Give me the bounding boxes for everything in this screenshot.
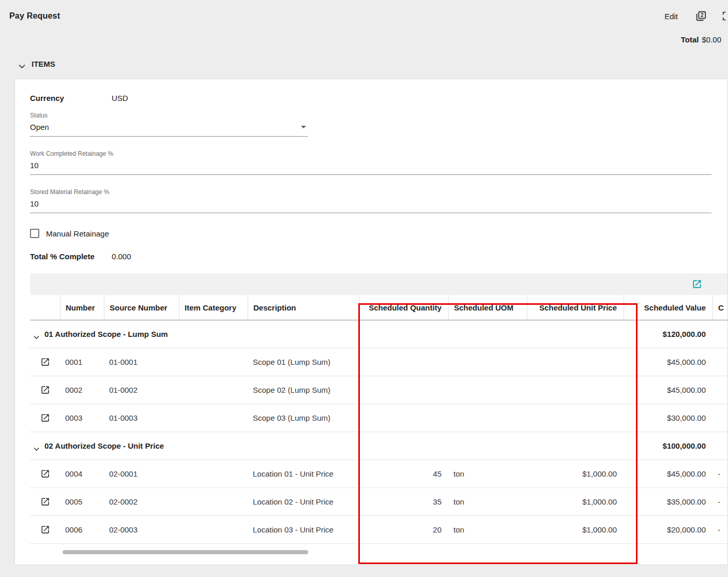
group-scheduled-value: $120,000.00 xyxy=(624,320,712,348)
cell-next-clipped: - xyxy=(712,460,727,487)
cell-description: Scope 01 (Lump Sum) xyxy=(248,348,359,376)
cell-item-category xyxy=(179,488,248,515)
cell-scheduled-quantity: 45 xyxy=(359,460,448,487)
topbar: Pay Request Edit 2 Total$0.00 xyxy=(0,0,728,44)
items-section-title: ITEMS xyxy=(32,60,55,68)
cell-number: 0001 xyxy=(60,348,104,376)
group-scheduled-value: $100,000.00 xyxy=(624,432,712,460)
cell-scheduled-uom: ton xyxy=(448,516,527,543)
open-item-icon[interactable] xyxy=(40,497,50,507)
work-retainage-field: Work Completed Retainage % 10 xyxy=(30,150,711,175)
page: Pay Request Edit 2 Total$0.00 xyxy=(0,0,728,577)
manual-retainage-label: Manual Retainage xyxy=(46,229,109,238)
cell-next-clipped xyxy=(712,376,727,404)
column-header-scheduled-unit-price: Scheduled Unit Price xyxy=(527,295,624,320)
cell-scheduled-uom: ton xyxy=(448,460,527,487)
cell-scheduled-quantity xyxy=(359,376,448,404)
group-label: 01 Authorized Scope - Lump Sum xyxy=(44,330,168,338)
group-row: 02 Authorized Scope - Unit Price $100,00… xyxy=(30,432,727,460)
cell-number: 0004 xyxy=(60,460,104,487)
cell-scheduled-unit-price xyxy=(527,348,624,376)
chevron-down-icon xyxy=(34,444,39,448)
cell-scheduled-uom xyxy=(448,348,527,376)
horizontal-scrollbar[interactable] xyxy=(63,550,308,554)
column-header-source-number: Source Number xyxy=(104,295,179,320)
svg-text:2: 2 xyxy=(701,12,704,18)
column-header-number: Number xyxy=(60,295,104,320)
windows-2-icon[interactable]: 2 xyxy=(695,10,707,22)
cell-source-number: 02-0002 xyxy=(104,488,179,515)
group-header[interactable]: 01 Authorized Scope - Lump Sum xyxy=(30,320,359,348)
stored-retainage-input[interactable]: 10 xyxy=(30,199,711,213)
total-value: $0.00 xyxy=(702,35,721,44)
cell-scheduled-unit-price: $1,000.00 xyxy=(527,460,624,487)
cell-scheduled-unit-price xyxy=(527,376,624,404)
cell-number: 0003 xyxy=(60,404,104,432)
cell-scheduled-uom xyxy=(448,376,527,404)
cell-scheduled-value: $45,000.00 xyxy=(624,348,712,376)
open-table-in-new-icon[interactable] xyxy=(692,279,702,289)
column-header-scheduled-uom: Scheduled UOM xyxy=(448,295,527,320)
cell-source-number: 01-0002 xyxy=(104,376,179,404)
cell-scheduled-quantity xyxy=(359,404,448,432)
open-item-icon[interactable] xyxy=(40,525,50,535)
work-retainage-label: Work Completed Retainage % xyxy=(30,150,711,157)
column-header-scheduled-value: Scheduled Value xyxy=(624,295,712,320)
fullscreen-icon[interactable] xyxy=(721,10,728,22)
cell-description: Scope 02 (Lump Sum) xyxy=(248,376,359,404)
header-icon-column xyxy=(30,295,60,320)
group-row: 01 Authorized Scope - Lump Sum $120,000.… xyxy=(30,320,727,348)
table-row: 0005 02-0002 Location 02 - Unit Price 35… xyxy=(30,488,727,516)
cell-scheduled-value: $45,000.00 xyxy=(624,376,712,404)
cell-scheduled-value: $30,000.00 xyxy=(624,404,712,432)
open-item-icon[interactable] xyxy=(40,385,50,395)
cell-next-clipped xyxy=(712,348,727,376)
cell-scheduled-unit-price: $1,000.00 xyxy=(527,488,624,515)
cell-scheduled-uom: ton xyxy=(448,488,527,515)
items-section-header[interactable]: ITEMS xyxy=(19,60,728,68)
cell-scheduled-unit-price xyxy=(527,404,624,432)
table-row: 0003 01-0003 Scope 03 (Lump Sum) $30,000… xyxy=(30,404,727,432)
cell-source-number: 02-0001 xyxy=(104,460,179,487)
cell-number: 0005 xyxy=(60,488,104,515)
topbar-actions: Edit 2 xyxy=(664,10,728,22)
group-header[interactable]: 02 Authorized Scope - Unit Price xyxy=(30,432,359,460)
page-title: Pay Request xyxy=(9,11,60,21)
cell-item-category xyxy=(179,348,248,376)
status-select[interactable]: Open xyxy=(30,123,308,137)
cell-item-category xyxy=(179,516,248,543)
total-label: Total xyxy=(681,35,699,44)
cell-number: 0006 xyxy=(60,516,104,543)
table-row: 0006 02-0003 Location 03 - Unit Price 20… xyxy=(30,516,727,544)
chevron-down-icon xyxy=(19,62,25,66)
group-label: 02 Authorized Scope - Unit Price xyxy=(44,441,164,450)
total-percent-complete-label: Total % Complete xyxy=(30,252,112,261)
chevron-down-icon xyxy=(34,332,39,336)
cell-item-category xyxy=(179,460,248,487)
work-retainage-input[interactable]: 10 xyxy=(30,161,711,175)
dropdown-caret-icon xyxy=(301,126,306,128)
cell-scheduled-value: $35,000.00 xyxy=(624,488,712,515)
cell-source-number: 01-0003 xyxy=(104,404,179,432)
cell-item-category xyxy=(179,376,248,404)
cell-scheduled-quantity xyxy=(359,348,448,376)
open-item-icon[interactable] xyxy=(40,469,50,479)
manual-retainage-checkbox[interactable] xyxy=(30,229,39,238)
items-form: Currency USD Status Open Work Completed … xyxy=(15,94,727,261)
column-header-description: Description xyxy=(248,295,359,320)
cell-scheduled-value: $20,000.00 xyxy=(624,516,712,543)
edit-button[interactable]: Edit xyxy=(664,12,678,21)
open-item-icon[interactable] xyxy=(40,357,50,367)
cell-next-clipped: - xyxy=(712,516,727,543)
open-item-icon[interactable] xyxy=(40,413,50,423)
manual-retainage-row: Manual Retainage xyxy=(30,229,711,238)
table-row: 0002 01-0002 Scope 02 (Lump Sum) $45,000… xyxy=(30,376,727,404)
cell-scheduled-unit-price: $1,000.00 xyxy=(527,516,624,543)
cell-scheduled-uom xyxy=(448,404,527,432)
cell-item-category xyxy=(179,404,248,432)
stored-retainage-field: Stored Material Retainage % 10 xyxy=(30,188,711,213)
cell-source-number: 02-0003 xyxy=(104,516,179,543)
currency-label: Currency xyxy=(30,94,112,102)
cell-scheduled-quantity: 35 xyxy=(359,488,448,515)
items-card: Currency USD Status Open Work Completed … xyxy=(14,79,728,565)
